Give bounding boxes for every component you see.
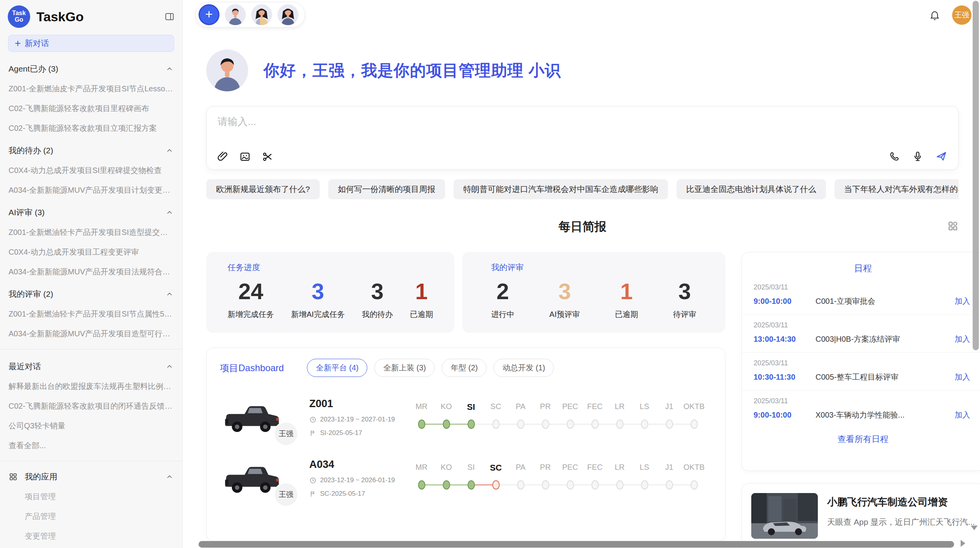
schedule-join-link[interactable]: 加入 bbox=[955, 372, 970, 382]
member-avatar[interactable] bbox=[225, 4, 246, 25]
user-avatar[interactable]: 王强 bbox=[952, 5, 971, 25]
milestone-dot bbox=[666, 480, 673, 490]
plus-icon: + bbox=[15, 38, 21, 49]
project-row[interactable]: 王强A0342023-12-19 ~ 2026-01-19SC-2025-05-… bbox=[220, 458, 712, 498]
sidebar-item[interactable]: 查看全部... bbox=[9, 440, 174, 451]
notification-bell-icon[interactable] bbox=[929, 9, 941, 21]
new-chat-button[interactable]: + 新对话 bbox=[8, 35, 174, 52]
chat-input[interactable] bbox=[218, 115, 837, 138]
sidebar-apps-label: 我的应用 bbox=[25, 471, 165, 482]
milestone-dot bbox=[591, 420, 599, 429]
sidebar-item[interactable]: C02-飞腾新能源轻客改款项目里程碑画布 bbox=[9, 103, 174, 114]
phone-icon[interactable] bbox=[889, 151, 900, 162]
sidebar-item[interactable]: Z001-全新燃油轻卡产品开发项目SI造型提交物评审 bbox=[9, 227, 174, 238]
sidebar-item[interactable]: A034-全新新能源MUV产品开发项目计划变更表编写 bbox=[9, 185, 174, 195]
milestone-label: FEC bbox=[583, 402, 607, 412]
sidebar-section-header[interactable]: AI评审 (3) bbox=[9, 207, 174, 218]
suggestion-chip[interactable]: 如何写一份清晰的项目周报 bbox=[328, 179, 445, 199]
image-icon[interactable] bbox=[239, 151, 251, 163]
sidebar-divider bbox=[0, 461, 182, 461]
sidebar-item[interactable]: C0X4-动力总成开发项目工程变更评审 bbox=[9, 247, 174, 257]
milestone-label: OKTB bbox=[682, 463, 706, 473]
briefing-card-stats: 2进行中3AI预评审1已逾期3待评审 bbox=[491, 275, 696, 320]
suggestion-chip[interactable]: 当下年轻人对汽车外观有怎样的喜好趋势 bbox=[834, 179, 959, 199]
suggestion-chip[interactable]: 比亚迪全固态电池计划具体说了什么 bbox=[677, 179, 826, 199]
schedule-row: 9:00-10:00X003-车辆动力学性能验...加入 bbox=[754, 410, 970, 420]
add-member-button[interactable]: + bbox=[199, 4, 219, 25]
main-area: + 王强 bbox=[183, 0, 980, 548]
horizontal-scrollbar[interactable] bbox=[199, 541, 954, 548]
briefing-layout-icon[interactable] bbox=[947, 220, 959, 232]
news-card[interactable]: 小鹏飞行汽车制造公司增资 天眼查 App 显示，近日广州汇天飞行汽... bbox=[742, 483, 980, 548]
sidebar-item[interactable]: A034-全新新能源MUV产品开发项目造型可行性评审 bbox=[9, 329, 174, 339]
milestone-label: MR bbox=[409, 463, 434, 473]
schedule-time: 9:00-10:00 bbox=[754, 297, 816, 306]
sidebar-section-header[interactable]: 我的待办 (2) bbox=[9, 145, 174, 156]
stat-item: 3新增AI完成任务 bbox=[291, 275, 345, 320]
stat-value: 3 bbox=[549, 275, 580, 308]
sidebar-item[interactable]: Z001-全新燃油轻卡产品开发项目SI节点属性5D文件评审 bbox=[9, 309, 174, 319]
sidebar-section-header[interactable]: Agent已办 (3) bbox=[9, 63, 174, 74]
briefing-card-stats: 24新增完成任务3新增AI完成任务3我的待办1已逾期 bbox=[228, 275, 433, 320]
sidebar-item[interactable]: Z001-全新燃油皮卡产品开发项目SI节点Lesson Learn报告 bbox=[9, 84, 174, 94]
sidebar-app-item[interactable]: 项目管理 bbox=[25, 491, 174, 502]
sidebar-item[interactable]: C02-飞腾新能源轻客改款项目立项汇报方案 bbox=[9, 123, 174, 134]
vertical-scrollbar[interactable] bbox=[973, 1, 979, 350]
milestone-dot bbox=[418, 420, 425, 429]
chevron-up-icon bbox=[165, 362, 174, 371]
grid-icon bbox=[9, 472, 18, 481]
sidebar-item[interactable]: C0X4-动力总成开发项目SI里程碑提交物检查 bbox=[9, 165, 174, 176]
sidebar-item[interactable]: C02-飞腾新能源轻客改款项目的闭环通告反馈情况 bbox=[9, 401, 174, 411]
milestone-label: LS bbox=[632, 463, 657, 473]
scroll-down-arrow[interactable] bbox=[971, 526, 978, 530]
sidebar: Task Go TaskGo + 新对话 Agent已办 (3)Z001-全新燃… bbox=[0, 0, 183, 548]
send-icon[interactable] bbox=[935, 150, 947, 163]
sidebar-app-item[interactable]: 变更管理 bbox=[25, 531, 174, 541]
collapse-sidebar-icon[interactable] bbox=[164, 12, 175, 22]
suggestion-chip[interactable]: 特朗普可能对进口汽车增税会对中国车企造成哪些影响 bbox=[454, 179, 668, 199]
sidebar-section-header[interactable]: 我的评审 (2) bbox=[9, 289, 174, 300]
project-row[interactable]: 王强Z0012023-12-19 ~ 2027-01-19SI-2025-05-… bbox=[220, 397, 712, 438]
milestone-label: LS bbox=[632, 402, 657, 412]
dashboard-tab[interactable]: 全新上装 (3) bbox=[374, 359, 435, 377]
milestone-dot bbox=[542, 480, 549, 490]
milestone-label: PEC bbox=[558, 402, 583, 412]
milestone-label: OKTB bbox=[682, 402, 706, 412]
schedule-join-link[interactable]: 加入 bbox=[955, 296, 970, 307]
project-dates: 2023-12-19 ~ 2027-01-19 bbox=[309, 416, 407, 423]
dashboard-header: 项目Dashboard 全新平台 (4)全新上装 (3)年型 (2)动总开发 (… bbox=[220, 359, 712, 377]
dashboard-tab[interactable]: 年型 (2) bbox=[442, 359, 487, 377]
project-flag: SI-2025-05-17 bbox=[309, 429, 407, 437]
member-avatar[interactable] bbox=[251, 4, 272, 25]
member-avatars bbox=[225, 4, 298, 25]
dashboard-tab[interactable]: 全新平台 (4) bbox=[307, 359, 367, 377]
schedule-item: 2025/03/119:00-10:00X003-车辆动力学性能验...加入 bbox=[742, 390, 980, 428]
clock-icon bbox=[309, 416, 317, 423]
schedule-join-link[interactable]: 加入 bbox=[955, 334, 970, 344]
milestone-dot bbox=[641, 480, 648, 490]
suggestion-chip[interactable]: 欧洲新规最近颁布了什么? bbox=[206, 179, 320, 199]
scissors-icon[interactable] bbox=[262, 151, 273, 163]
sidebar-item[interactable]: 公司Q3轻卡销量 bbox=[9, 421, 174, 431]
sidebar-app-item[interactable]: 产品管理 bbox=[25, 511, 174, 522]
briefing-card: 任务进度24新增完成任务3新增AI完成任务3我的待办1已逾期 bbox=[206, 252, 454, 333]
new-chat-label: 新对话 bbox=[25, 38, 49, 49]
sidebar-item[interactable]: A034-全新新能源MUV产品开发项目法规符合性评审 bbox=[9, 267, 174, 277]
schedule-join-link[interactable]: 加入 bbox=[955, 410, 970, 420]
dashboard-tab[interactable]: 动总开发 (1) bbox=[493, 359, 554, 377]
sidebar-section-title: 最近对话 bbox=[9, 361, 41, 372]
milestone-label: LR bbox=[607, 463, 632, 473]
sidebar-item[interactable]: 解释最新出台的欧盟报废车法规再生塑料比例被调至15%... bbox=[9, 381, 174, 392]
mic-icon[interactable] bbox=[912, 151, 923, 162]
sidebar-section-header[interactable]: 最近对话 bbox=[9, 361, 174, 372]
project-flag-text: SI-2025-05-17 bbox=[320, 429, 362, 437]
paperclip-icon[interactable] bbox=[217, 151, 228, 163]
schedule-date: 2025/03/11 bbox=[754, 359, 970, 367]
member-avatar[interactable] bbox=[278, 4, 298, 25]
sidebar-item-my-apps[interactable]: 我的应用 bbox=[9, 471, 174, 482]
scroll-right-arrow[interactable] bbox=[961, 540, 965, 547]
chevron-up-icon bbox=[165, 208, 174, 217]
milestone-dot bbox=[443, 480, 450, 490]
schedule-row: 13:00-14:30C003|H0B-方案冻结评审加入 bbox=[754, 334, 970, 344]
view-all-schedule-link[interactable]: 查看所有日程 bbox=[742, 428, 980, 450]
